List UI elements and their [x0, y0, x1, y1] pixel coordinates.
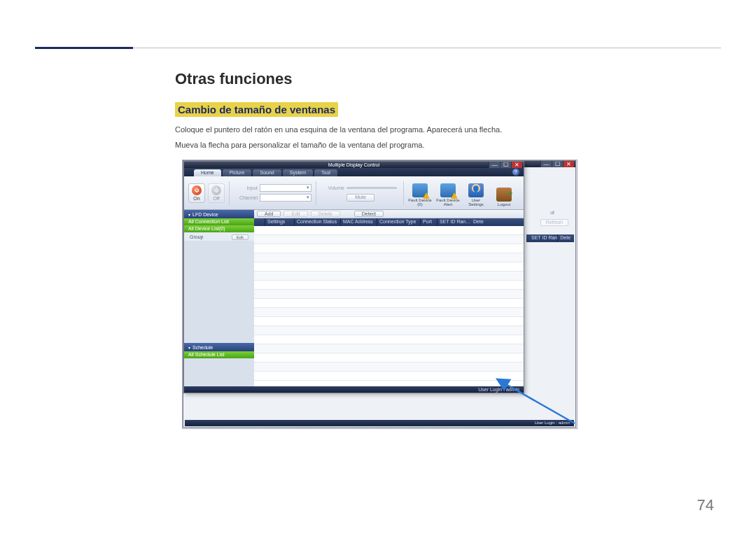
- input-select[interactable]: [260, 184, 312, 192]
- page-content: Otras funciones Cambio de tamaño de vent…: [175, 70, 721, 154]
- col-connection-status[interactable]: Connection Status: [295, 218, 341, 226]
- power-on-icon: ⏻: [192, 185, 202, 195]
- app-screenshot: — ☐ ✕ ut Refresh SET ID Ran… Dete User L…: [182, 160, 578, 429]
- sidebar-spacer: [184, 241, 254, 343]
- body-para-1: Coloque el puntero del ratón en una esqu…: [175, 124, 721, 136]
- back-window-controls: — ☐ ✕: [540, 161, 574, 167]
- table-row: [254, 281, 524, 290]
- maximize-button[interactable]: ☐: [552, 161, 563, 167]
- col-mac[interactable]: MAC Address: [341, 218, 377, 226]
- front-window-controls: — ☐ ✕: [489, 162, 522, 168]
- tab-tool[interactable]: Tool: [314, 169, 337, 176]
- sidebar-all-schedule[interactable]: All Schedule List: [184, 351, 254, 358]
- mute-button[interactable]: Mute: [346, 194, 374, 202]
- user-settings-icon: [468, 183, 484, 197]
- close-button[interactable]: ✕: [563, 161, 574, 167]
- add-button[interactable]: Add: [257, 211, 281, 217]
- col-dete: Dete: [558, 234, 574, 242]
- table-row: [254, 299, 524, 308]
- fault-device-button[interactable]: Fault Device (0): [408, 180, 432, 206]
- table-row: [254, 317, 524, 326]
- table-row: [254, 290, 524, 299]
- fault-alert-label: Fault Device Alert: [436, 198, 460, 206]
- minimize-button[interactable]: —: [489, 162, 500, 168]
- edit-button[interactable]: Edit: [284, 211, 307, 217]
- power-off-icon: ⏻: [211, 185, 221, 195]
- col-port[interactable]: Port: [421, 218, 438, 226]
- separator: [403, 181, 404, 205]
- app-body: LFD Device All Connection List All Devic…: [184, 210, 524, 386]
- body-para-2: Mueva la flecha para personalizar el tam…: [175, 139, 721, 152]
- detect-button[interactable]: Detect: [354, 211, 384, 217]
- separator: [316, 181, 316, 205]
- col-setid: SET ID Ran…: [529, 234, 558, 242]
- table-row: [254, 308, 524, 317]
- table-row: [254, 226, 524, 235]
- logout-button[interactable]: Logout: [492, 180, 516, 206]
- heading-1: Otras funciones: [175, 70, 721, 88]
- sidebar: LFD Device All Connection List All Devic…: [184, 210, 254, 386]
- volume-slider[interactable]: [346, 185, 397, 192]
- back-table-header: SET ID Ran… Dete: [526, 234, 574, 242]
- sidebar-schedule-header[interactable]: Schedule: [184, 343, 254, 351]
- col-checkbox[interactable]: [254, 218, 265, 226]
- header-rule: [35, 48, 721, 48]
- sidebar-all-connection[interactable]: All Connection List: [184, 218, 254, 225]
- tab-strip: Home Picture Sound System Tool ?: [184, 168, 524, 176]
- main-pane: Add Edit Delete Detect Settings Connecti…: [254, 210, 524, 386]
- data-grid[interactable]: [254, 226, 524, 386]
- volume-label: Volume: [321, 185, 344, 190]
- sidebar-group-row: Group Edit: [184, 232, 254, 241]
- table-row: [254, 335, 524, 344]
- minimize-button[interactable]: —: [540, 161, 552, 167]
- table-row: [254, 244, 524, 253]
- input-label: Input: [234, 185, 258, 190]
- table-row: [254, 235, 524, 244]
- user-settings-label: User Settings: [464, 198, 488, 206]
- maximize-button[interactable]: ☐: [500, 162, 511, 168]
- fault-device-label: Fault Device (0): [408, 198, 432, 206]
- help-button[interactable]: ?: [512, 169, 519, 176]
- col-settings[interactable]: Settings: [265, 218, 295, 226]
- power-off-label: Off: [213, 196, 219, 201]
- tab-picture[interactable]: Picture: [223, 169, 252, 176]
- power-on-label: On: [193, 196, 200, 201]
- table-row: [254, 326, 524, 335]
- sidebar-group-edit-button[interactable]: Edit: [232, 234, 248, 240]
- separator: [229, 181, 230, 205]
- front-window[interactable]: Multiple Display Control — ☐ ✕ Home Pict…: [183, 161, 524, 393]
- tab-system[interactable]: System: [283, 169, 313, 176]
- page-number: 74: [697, 496, 714, 514]
- table-header: Settings Connection Status MAC Address C…: [254, 218, 524, 226]
- svg-line-0: [505, 384, 575, 423]
- user-settings-button[interactable]: User Settings: [464, 180, 488, 206]
- close-button[interactable]: ✕: [511, 162, 522, 168]
- tab-home[interactable]: Home: [194, 169, 221, 176]
- front-titlebar[interactable]: Multiple Display Control — ☐ ✕: [184, 162, 524, 168]
- back-fragment-text: ut: [550, 210, 554, 215]
- toolbar: ⏻ On ⏻ Off Input Channel: [184, 176, 524, 210]
- io-group: Input Channel: [234, 184, 312, 202]
- power-group: ⏻ On ⏻ Off: [188, 183, 225, 203]
- col-setid[interactable]: SET ID Ran…: [438, 218, 471, 226]
- col-dete[interactable]: Dete: [471, 218, 486, 226]
- sidebar-rest: [184, 358, 254, 386]
- heading-2: Cambio de tamaño de ventanas: [175, 102, 338, 117]
- fault-device-icon: [412, 183, 428, 197]
- sidebar-lfd-header[interactable]: LFD Device: [184, 210, 254, 218]
- back-refresh-button[interactable]: Refresh: [540, 219, 568, 226]
- status-bar: User Login : admin: [184, 386, 524, 393]
- fault-device-alert-button[interactable]: Fault Device Alert: [436, 180, 460, 206]
- sidebar-group-label: Group: [190, 234, 203, 239]
- channel-select[interactable]: [260, 194, 312, 202]
- col-connection-type[interactable]: Connection Type: [377, 218, 421, 226]
- delete-button[interactable]: Delete: [311, 211, 340, 217]
- table-row: [254, 272, 524, 281]
- tab-sound[interactable]: Sound: [253, 169, 281, 176]
- sidebar-all-device[interactable]: All Device List(0): [184, 225, 254, 232]
- table-row: [254, 253, 524, 262]
- power-on-button[interactable]: ⏻ On: [188, 183, 205, 203]
- power-off-button[interactable]: ⏻ Off: [208, 183, 225, 203]
- action-bar: Add Edit Delete Detect: [254, 210, 524, 218]
- resize-arrow-icon: [480, 371, 578, 427]
